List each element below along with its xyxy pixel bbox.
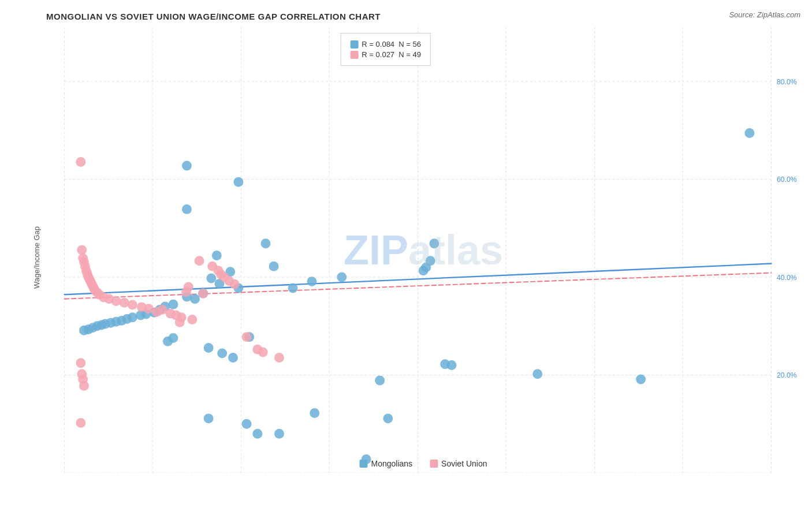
svg-point-52: [269, 262, 279, 271]
chart-container: MONGOLIAN VS SOVIET UNION WAGE/INCOME GA…: [0, 0, 812, 515]
svg-text:60.0%: 60.0%: [777, 176, 797, 184]
svg-point-71: [217, 348, 227, 358]
chart-area: ZIPatlas R = 0.084 N = 56 R = 0.027 N = …: [46, 27, 800, 473]
svg-point-27: [212, 251, 222, 260]
svg-point-26: [261, 238, 271, 248]
svg-point-74: [288, 283, 298, 293]
svg-point-58: [419, 266, 429, 275]
svg-point-63: [636, 375, 646, 385]
svg-point-53: [307, 277, 317, 286]
svg-point-102: [152, 307, 162, 317]
svg-point-70: [204, 343, 214, 353]
svg-point-60: [446, 360, 456, 370]
svg-point-96: [111, 296, 121, 306]
svg-point-77: [163, 337, 173, 346]
svg-point-126: [175, 318, 185, 327]
svg-point-54: [337, 273, 347, 282]
svg-point-66: [204, 413, 214, 423]
svg-point-29: [206, 273, 216, 283]
svg-point-62: [375, 375, 385, 385]
legend-box: R = 0.084 N = 56 R = 0.027 N = 49: [340, 33, 431, 66]
svg-point-68: [252, 429, 262, 439]
svg-point-121: [79, 381, 89, 391]
y-axis-label: Wage/Income Gap: [32, 226, 41, 289]
soviet-r: R = 0.027: [362, 50, 394, 59]
svg-point-69: [274, 429, 284, 439]
chart-title: MONGOLIAN VS SOVIET UNION WAGE/INCOME GA…: [46, 12, 800, 21]
svg-point-55: [429, 238, 439, 248]
soviet-n: N = 49: [398, 50, 421, 59]
svg-point-114: [242, 332, 252, 342]
mongolians-bottom-swatch: [360, 460, 368, 468]
mongolians-label: Mongolians: [371, 459, 413, 468]
svg-point-72: [228, 353, 238, 363]
svg-point-78: [76, 157, 85, 167]
svg-point-113: [230, 279, 240, 289]
scatter-plot: 80.0% 60.0% 40.0% 20.0% 0.0% 8.0%: [46, 27, 800, 473]
legend-row-soviet: R = 0.027 N = 49: [350, 50, 421, 59]
mongolians-n: N = 56: [398, 40, 421, 48]
legend-item-mongolians: Mongolians: [360, 459, 413, 468]
bottom-legend: Mongolians Soviet Union: [360, 459, 487, 468]
svg-point-65: [383, 413, 393, 423]
mongolians-r: R = 0.084: [362, 40, 394, 48]
svg-point-23: [182, 161, 192, 171]
svg-point-22: [744, 128, 754, 138]
svg-point-61: [532, 369, 542, 379]
mongolians-swatch: [350, 40, 358, 48]
svg-text:20.0%: 20.0%: [777, 371, 797, 379]
svg-point-118: [76, 358, 85, 368]
source-label: Source: ZipAtlas.com: [729, 10, 800, 19]
svg-point-107: [195, 256, 204, 266]
soviet-label: Soviet Union: [441, 459, 487, 468]
svg-point-123: [198, 289, 208, 298]
svg-point-98: [128, 300, 137, 310]
svg-point-51: [79, 326, 89, 335]
svg-point-106: [187, 315, 197, 324]
soviet-swatch: [350, 51, 358, 59]
svg-point-64: [310, 408, 319, 418]
svg-point-24: [233, 177, 243, 187]
svg-point-117: [274, 353, 284, 363]
svg-text:80.0%: 80.0%: [777, 78, 797, 86]
svg-text:40.0%: 40.0%: [777, 274, 797, 282]
soviet-bottom-swatch: [430, 460, 438, 468]
svg-point-25: [182, 204, 192, 214]
svg-point-122: [76, 418, 85, 428]
legend-row-mongolians: R = 0.084 N = 56: [350, 40, 421, 48]
legend-item-soviet: Soviet Union: [430, 459, 487, 468]
svg-point-125: [181, 287, 191, 297]
svg-point-116: [258, 348, 268, 357]
svg-point-34: [190, 294, 200, 304]
svg-point-67: [242, 419, 252, 429]
